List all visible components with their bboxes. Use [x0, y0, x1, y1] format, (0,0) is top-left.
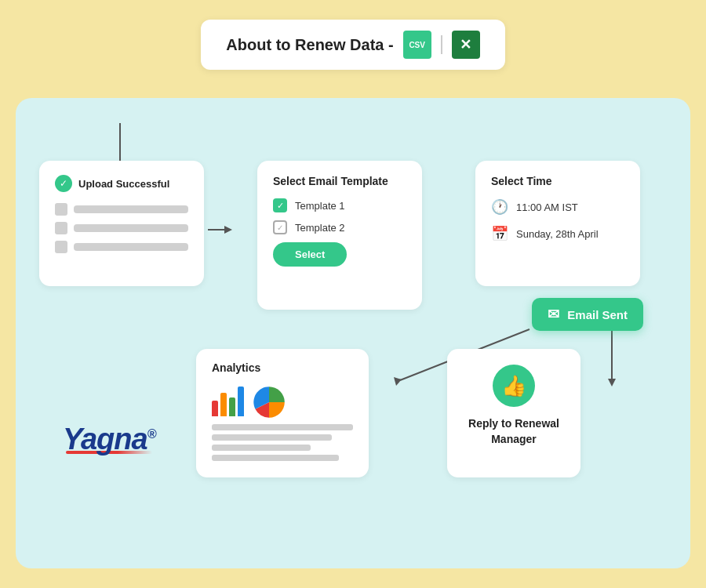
cards-row: ✓ Upload Successful	[39, 161, 667, 310]
row-square-1	[55, 203, 67, 216]
upload-row-1	[55, 203, 188, 216]
template-2-label: Template 2	[295, 222, 345, 234]
date-value: Sunday, 28th April	[516, 228, 599, 240]
row-line-2	[74, 224, 188, 232]
title-box: About to Renew Data - CSV ✕	[201, 20, 504, 70]
thumbs-up-icon: 👍	[493, 365, 535, 407]
select-button[interactable]: Select	[273, 242, 347, 267]
template-item-2: ✓ Template 2	[273, 220, 406, 234]
time-card-title: Select Time	[491, 175, 624, 187]
pie-chart	[252, 385, 283, 416]
template-2-checkbox[interactable]: ✓	[273, 220, 287, 234]
template-1-checkbox[interactable]: ✓	[273, 198, 287, 212]
upload-title: Upload Successful	[78, 178, 169, 190]
row-square-3	[55, 241, 67, 253]
analytics-card: Analytics	[196, 349, 369, 477]
bar-3	[229, 397, 235, 416]
upload-card: ✓ Upload Successful	[39, 161, 204, 286]
renewal-title: Reply to Renewal Manager	[460, 416, 568, 447]
page-title: About to Renew Data -	[226, 36, 393, 54]
table-line-2	[212, 434, 332, 441]
bar-2	[220, 393, 227, 416]
template-card: Select Email Template ✓ Template 1 ✓ Tem…	[257, 161, 422, 310]
table-line-1	[212, 424, 353, 430]
csv-icon: CSV	[403, 31, 431, 59]
template-item-1: ✓ Template 1	[273, 198, 406, 212]
row-line-1	[74, 205, 188, 213]
bar-1	[212, 401, 218, 416]
renewal-card: 👍 Reply to Renewal Manager	[447, 349, 580, 477]
yagna-logo: Yagna®	[63, 424, 155, 454]
email-sent-label: Email Sent	[567, 308, 628, 321]
bottom-row: Analytics	[196, 349, 667, 477]
upload-header: ✓ Upload Successful	[55, 175, 188, 192]
bar-chart	[212, 385, 244, 416]
upload-rows	[55, 203, 188, 253]
upload-check-icon: ✓	[55, 175, 72, 192]
clock-icon: 🕐	[491, 198, 508, 216]
analytics-charts	[212, 385, 353, 416]
row-square-2	[55, 222, 67, 234]
main-panel: ✓ Upload Successful	[16, 98, 690, 568]
template-card-title: Select Email Template	[273, 175, 406, 187]
template-1-label: Template 1	[295, 200, 345, 212]
row-line-3	[74, 243, 188, 251]
upload-row-3	[55, 241, 188, 253]
bar-4	[238, 387, 244, 416]
email-sent-icon: ✉	[548, 306, 559, 323]
calendar-icon: 📅	[491, 225, 508, 242]
time-item-clock: 🕐 11:00 AM IST	[491, 198, 624, 216]
file-icon-divider	[441, 35, 442, 54]
xlsx-icon: ✕	[452, 31, 480, 59]
cards-container: ✓ Upload Successful	[39, 161, 667, 477]
email-sent-badge: ✉ Email Sent	[532, 298, 643, 331]
outer-container: About to Renew Data - CSV ✕	[16, 20, 690, 568]
upload-row-2	[55, 222, 188, 234]
time-card: Select Time 🕐 11:00 AM IST 📅 Sunday, 28t…	[475, 161, 640, 286]
analytics-title: Analytics	[212, 361, 353, 374]
table-line-3	[212, 445, 311, 451]
time-item-date: 📅 Sunday, 28th April	[491, 225, 624, 242]
yagna-text: Yagna®	[63, 424, 155, 454]
analytics-table	[212, 424, 353, 461]
table-line-4	[212, 455, 339, 461]
time-value: 11:00 AM IST	[516, 201, 578, 213]
